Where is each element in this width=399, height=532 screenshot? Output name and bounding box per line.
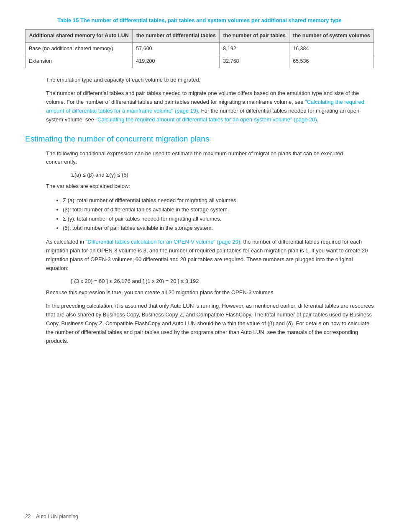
section-label: Auto LUN planning: [36, 514, 78, 519]
table-caption: Table 15 The number of differential tabl…: [25, 17, 374, 24]
section-para3: Because this expression is true, you can…: [46, 288, 374, 297]
cell-row1-col1: 419,200: [133, 55, 220, 68]
body-para2-suffix: .: [317, 116, 319, 123]
page-footer: 22 Auto LUN planning: [25, 514, 78, 519]
body-para2-link2[interactable]: "Calculating the required amount of diff…: [96, 116, 317, 123]
section-para2-link[interactable]: "Differential tables calculation for an …: [86, 239, 240, 245]
section-para2: As calculated in "Differential tables ca…: [46, 238, 374, 272]
list-item: (β): total number of differential tables…: [63, 205, 374, 214]
math-expression-2: [ (3 x 20) = 60 ] ≤ 26,176 and [ (1 x 20…: [71, 278, 374, 284]
cell-row1-col2: 32,768: [220, 55, 289, 68]
data-table: Additional shared memory for Auto LUN th…: [25, 29, 374, 68]
list-item: (δ): total number of pair tables availab…: [63, 224, 374, 233]
bullet-list: Σ (a): total number of differential tabl…: [63, 196, 374, 233]
col-header-1: the number of differential tables: [133, 30, 220, 43]
list-item: Σ (a): total number of differential tabl…: [63, 196, 374, 205]
cell-row0-col1: 57,600: [133, 42, 220, 55]
section-para2-prefix: As calculated in: [46, 239, 86, 245]
col-header-3: the number of system volumes: [289, 30, 374, 43]
table-row: Base (no additional shared memory) 57,60…: [26, 42, 374, 55]
section-para1: The following conditional expression can…: [46, 149, 374, 167]
cell-row0-col0: Base (no additional shared memory): [26, 42, 133, 55]
page-number: 22: [25, 514, 31, 519]
col-header-0: Additional shared memory for Auto LUN: [26, 30, 133, 43]
section-para4: In the preceding calculation, it is assu…: [46, 302, 374, 345]
table-header-row: Additional shared memory for Auto LUN th…: [26, 30, 374, 43]
body-para2: The number of differential tables and pa…: [46, 89, 374, 124]
col-header-2: the number of pair tables: [220, 30, 289, 43]
variables-intro: The variables are explained below:: [46, 182, 374, 191]
cell-row1-col3: 65,536: [289, 55, 374, 68]
list-item: Σ (γ): total number of pair tables neede…: [63, 214, 374, 224]
cell-row1-col0: Extension: [26, 55, 133, 68]
cell-row0-col2: 8,192: [220, 42, 289, 55]
table-row: Extension 419,200 32,768 65,536: [26, 55, 374, 68]
section-heading: Estimating the number of concurrent migr…: [25, 134, 374, 144]
cell-row0-col3: 16,384: [289, 42, 374, 55]
math-expression-1: Σ(a) ≤ (β) and Σ(γ) ≤ (δ): [71, 172, 374, 178]
body-para1: The emulation type and capacity of each …: [46, 76, 374, 85]
